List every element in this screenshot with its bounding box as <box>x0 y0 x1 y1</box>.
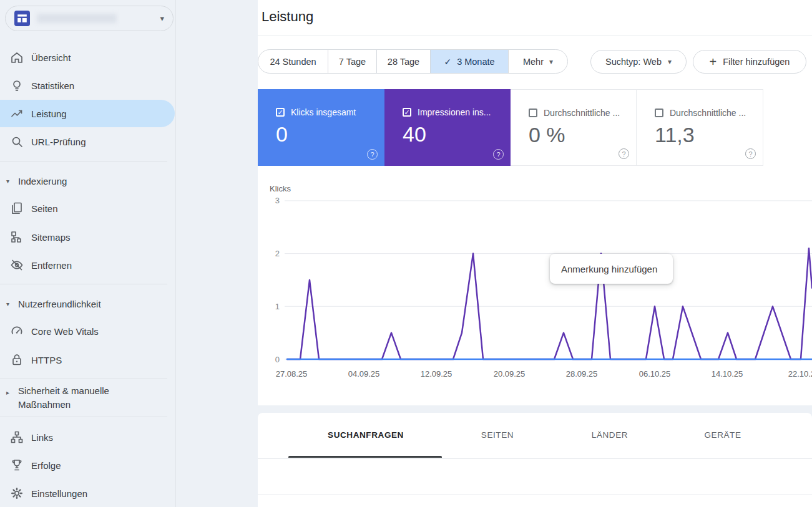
sidebar-section-label: Nutzerfreundlichkeit <box>18 299 101 309</box>
sidebar-item-core-web-vitals[interactable]: Core Web Vitals <box>0 317 175 345</box>
eye-off-icon <box>9 258 24 273</box>
sidebar-item-statistiken[interactable]: Statistiken <box>0 72 175 99</box>
tab-seiten[interactable]: SEITEN <box>481 413 514 458</box>
sidebar-item-label: Core Web Vitals <box>31 326 99 337</box>
chevron-right-icon: ▸ <box>6 389 14 396</box>
lock-icon <box>9 352 24 367</box>
sidebar-item-url-pruefung[interactable]: URL-Prüfung <box>0 128 175 155</box>
clicks-chart-svg[interactable]: Klicks321027.08.2504.09.2512.09.2520.09.… <box>258 0 812 405</box>
tab-suchanfragen[interactable]: SUCHANFRAGEN <box>328 413 404 458</box>
sidebar-section-sicherheit[interactable]: ▸ Sicherheit & manuelle Maßnahmen <box>0 384 175 414</box>
svg-text:Klicks: Klicks <box>270 184 291 193</box>
sidebar-item-uebersicht[interactable]: Übersicht <box>0 44 175 71</box>
svg-text:22.10.25: 22.10.25 <box>788 369 812 379</box>
svg-text:28.09.25: 28.09.25 <box>566 369 598 379</box>
svg-text:1: 1 <box>275 302 280 311</box>
sidebar-item-label: Sitemaps <box>31 232 71 243</box>
sidebar-item-sitemaps[interactable]: Sitemaps <box>0 223 175 251</box>
divider <box>258 458 812 459</box>
svg-text:14.10.25: 14.10.25 <box>712 369 743 379</box>
svg-text:3: 3 <box>275 196 280 205</box>
sidebar-section-label: Indexierung <box>18 176 67 186</box>
chevron-down-icon: ▾ <box>6 301 14 307</box>
divider <box>0 161 167 162</box>
sidebar-item-label: HTTPS <box>31 355 62 365</box>
sidebar-item-label: Übersicht <box>31 52 71 63</box>
sidebar-item-label: Leistung <box>31 109 67 119</box>
tables-panel: SUCHANFRAGEN SEITEN LÄNDER GERÄTE <box>258 413 812 507</box>
chevron-down-icon: ▾ <box>6 178 14 185</box>
add-annotation-tooltip[interactable]: Anmerkung hinzufügen <box>550 254 673 284</box>
sitemap-icon <box>9 229 24 244</box>
divider <box>0 379 167 379</box>
tooltip-label: Anmerkung hinzufügen <box>561 264 657 274</box>
svg-text:0: 0 <box>275 355 280 364</box>
sidebar-item-einstellungen[interactable]: Einstellungen <box>0 480 175 507</box>
pages-icon <box>9 201 24 216</box>
tab-geraete[interactable]: GERÄTE <box>704 413 741 458</box>
sidebar-item-label: Entfernen <box>31 260 72 271</box>
sidebar-item-links[interactable]: Links <box>0 423 175 451</box>
svg-text:06.10.25: 06.10.25 <box>639 369 671 379</box>
sidebar-item-label: Links <box>31 432 53 443</box>
speedometer-icon <box>9 324 24 339</box>
sidebar: ▾ Übersicht Statistiken Leistung URL-Prü… <box>0 0 176 507</box>
lightbulb-icon <box>9 78 24 93</box>
sidebar-item-label: Einstellungen <box>31 488 87 499</box>
sidebar-item-https[interactable]: HTTPS <box>0 346 175 374</box>
performance-trend-icon <box>9 106 24 121</box>
divider <box>0 284 167 284</box>
sidebar-item-erfolge[interactable]: Erfolge <box>0 451 175 479</box>
svg-text:04.09.25: 04.09.25 <box>348 369 380 379</box>
sidebar-item-entfernen[interactable]: Entfernen <box>0 251 175 279</box>
gear-icon <box>9 486 24 501</box>
divider <box>258 495 812 495</box>
chevron-down-icon: ▾ <box>160 14 164 23</box>
tab-laender[interactable]: LÄNDER <box>592 413 628 458</box>
sidebar-item-leistung[interactable]: Leistung <box>0 100 175 127</box>
sidebar-section-nutzerfreundlichkeit[interactable]: ▾ Nutzerfreundlichkeit <box>0 294 175 313</box>
home-icon <box>9 50 24 65</box>
sidebar-item-seiten[interactable]: Seiten <box>0 195 175 222</box>
sidebar-section-indexierung[interactable]: ▾ Indexierung <box>0 171 175 190</box>
property-selector[interactable]: ▾ <box>5 6 174 31</box>
sidebar-item-label: Statistiken <box>31 80 74 91</box>
links-hierarchy-icon <box>9 430 24 445</box>
sidebar-item-label: Seiten <box>31 203 58 214</box>
property-name-redacted <box>37 14 117 23</box>
performance-panel: Leistung 24 Stunden 7 Tage 28 Tage ✓ 3 M… <box>258 0 812 405</box>
sidebar-section-label: Sicherheit & manuelle Maßnahmen <box>18 384 109 412</box>
svg-text:20.09.25: 20.09.25 <box>494 369 526 379</box>
sidebar-item-label: Erfolge <box>31 460 61 471</box>
divider <box>0 417 167 417</box>
domain-property-icon <box>14 11 30 26</box>
search-icon <box>9 134 24 149</box>
svg-text:27.08.25: 27.08.25 <box>276 369 308 379</box>
trophy-icon <box>9 458 24 473</box>
svg-text:12.09.25: 12.09.25 <box>421 369 452 379</box>
sidebar-item-label: URL-Prüfung <box>31 137 86 147</box>
active-tab-underline <box>288 456 442 458</box>
svg-text:2: 2 <box>275 249 280 258</box>
